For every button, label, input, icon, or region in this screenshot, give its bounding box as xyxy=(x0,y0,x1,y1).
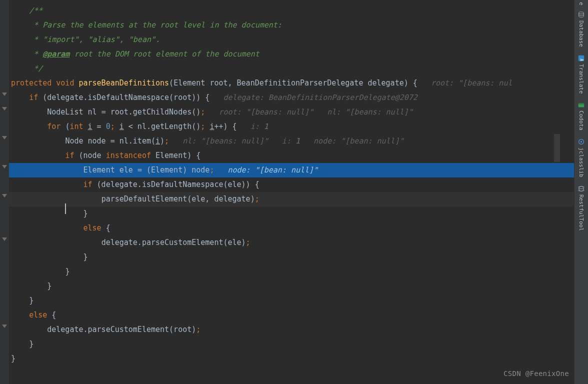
watermark-text: CSDN @FeenixOne xyxy=(504,366,569,381)
svg-text:A: A xyxy=(579,58,584,61)
code-line: if (delegate.isDefaultNamespace(root)) {… xyxy=(9,90,574,105)
tool-label: e xyxy=(574,2,588,6)
fold-marker[interactable] xyxy=(2,165,7,169)
fold-marker[interactable] xyxy=(2,107,7,111)
code-line: NodeList nl = root.getChildNodes(); root… xyxy=(9,105,574,120)
code-line: protected void parseBeanDefinitions(Elem… xyxy=(9,76,574,90)
tool-button-database[interactable]: Database xyxy=(574,8,588,51)
tool-label: Database xyxy=(574,20,588,47)
fold-marker[interactable] xyxy=(2,238,7,242)
code-line: } xyxy=(9,206,574,221)
tool-button-codota[interactable]: Codota xyxy=(574,98,588,134)
tool-label: RestfulTool xyxy=(574,194,588,231)
code-line: } xyxy=(9,264,574,279)
restful-icon xyxy=(578,186,585,192)
vertical-scrollbar-thumb[interactable] xyxy=(554,134,560,162)
svg-point-0 xyxy=(579,12,584,14)
code-line: } xyxy=(9,337,574,352)
code-line: delegate.parseCustomElement(ele); xyxy=(9,236,574,250)
code-line: } xyxy=(9,352,574,366)
code-line: } xyxy=(9,279,574,294)
translate-icon: A xyxy=(578,55,585,62)
fold-marker[interactable] xyxy=(2,194,7,198)
code-line: } xyxy=(9,294,574,308)
code-line: * "import", "alias", "bean". xyxy=(9,32,574,47)
tool-button-restfultool[interactable]: RestfulTool xyxy=(574,182,588,235)
editor-gutter xyxy=(0,0,9,384)
code-line: if (node instanceof Element) { xyxy=(9,148,574,163)
codota-icon xyxy=(578,102,585,108)
code-line-highlighted: Element ele = (Element) node; node: "[be… xyxy=(9,163,574,178)
svg-rect-4 xyxy=(578,103,584,104)
tool-button-translate[interactable]: A Translate xyxy=(574,51,588,98)
tool-label: jclasslib xyxy=(574,148,588,178)
code-line-current: parseDefaultElement(ele, delegate); xyxy=(9,192,574,206)
database-icon xyxy=(578,12,585,18)
fold-marker[interactable] xyxy=(2,324,7,328)
code-line: */ xyxy=(9,62,574,76)
tool-label: Codota xyxy=(574,110,588,130)
code-area[interactable]: /** * Parse the elements at the root lev… xyxy=(9,0,574,384)
svg-point-6 xyxy=(580,141,582,142)
code-line: /** xyxy=(9,4,574,18)
fold-marker[interactable] xyxy=(2,92,7,96)
code-line: } xyxy=(9,250,574,264)
code-line: delegate.parseCustomElement(root); xyxy=(9,322,574,337)
jclasslib-icon xyxy=(578,138,585,146)
tool-window-bar-right: e Database A Translate Codota jclasslib … xyxy=(574,0,588,384)
code-line: if (delegate.isDefaultNamespace(ele)) { xyxy=(9,178,574,192)
code-line: for (int i = 0; i < nl.getLength(); i++)… xyxy=(9,120,574,134)
code-line: else { xyxy=(9,221,574,236)
code-line: Node node = nl.item(i); nl: "[beans: nul… xyxy=(9,134,574,148)
code-line: * @param root the DOM root element of th… xyxy=(9,47,574,62)
code-editor[interactable]: /** * Parse the elements at the root lev… xyxy=(0,0,574,384)
tool-label: Translate xyxy=(574,64,588,94)
tool-button-jclasslib[interactable]: jclasslib xyxy=(574,134,588,182)
tool-button-partial[interactable]: e xyxy=(574,2,588,8)
code-line: else { xyxy=(9,308,574,322)
fold-marker[interactable] xyxy=(2,136,7,140)
code-line: * Parse the elements at the root level i… xyxy=(9,18,574,32)
